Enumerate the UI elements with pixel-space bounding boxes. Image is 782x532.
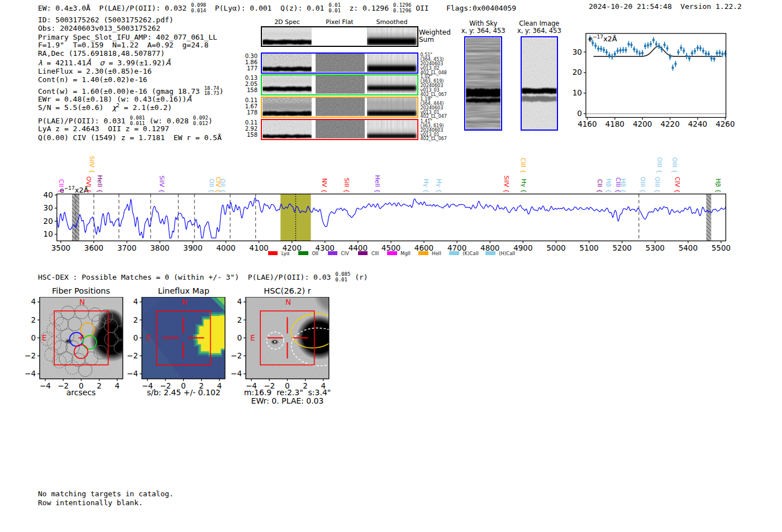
line-label: Hβ { [605, 179, 612, 193]
legend-label: Lyα [282, 251, 290, 256]
clean-image [522, 38, 557, 130]
fiber-panel: NE−4−2024420−2−4 [16, 297, 127, 401]
cutout-row-left-label: 158 [0, 88, 258, 93]
info-line: Obs: 20240603v013_5003175262 [38, 25, 160, 32]
lineflux-panel-title: Lineflux Map [158, 287, 209, 295]
svg-text:N: N [285, 298, 291, 306]
cutout-image-r2c1 [316, 75, 365, 94]
svg-text:SiII {: SiII { [343, 178, 350, 193]
x-tick-label: 5500 [712, 243, 731, 252]
legend-label: (K)CaII [462, 251, 478, 256]
line-label: OVI { [85, 176, 92, 193]
svg-text:OIII {: OIII { [639, 177, 646, 193]
cutout-row-left-label: 158 [0, 132, 258, 138]
svg-text:4: 4 [31, 297, 36, 306]
svg-text:HeII {: HeII { [374, 175, 381, 193]
cutout-row-left-label: 0.11 [0, 98, 258, 103]
legend-swatch-CIV [328, 251, 338, 255]
svg-text:0: 0 [31, 333, 36, 342]
cutout-image-r4c0 [263, 120, 312, 138]
line-label: Hγ { [435, 179, 442, 193]
svg-text:E: E [250, 333, 255, 342]
cutout-row-left-label: 1.86 [0, 60, 258, 65]
cutout-image-r4c2 [367, 120, 417, 138]
legend-label: (H)CaII [499, 251, 515, 256]
svg-text:10: 10 [573, 88, 582, 97]
svg-text:0: 0 [577, 109, 582, 118]
x-tick-label: 4800 [480, 243, 499, 252]
svg-text:e−17x2Å: e−17x2Å [588, 34, 617, 43]
line-label: HeII { [374, 175, 381, 193]
x-tick-label: 4160 [578, 119, 597, 128]
full-spectrum-plot: 3500360037003800390040004100420043004400… [34, 146, 748, 258]
svg-text:N: N [79, 298, 85, 306]
hsc-panel-title: HSC(26.2) r [264, 287, 311, 295]
hscdex-stacked-value: 0.0850.01 [335, 272, 350, 282]
timestamp-version: 2024-10-20 21:54:48 Version 1.22.2 [589, 3, 742, 10]
line-label: OII { [219, 179, 226, 193]
axes-frame [57, 194, 726, 241]
line-label: NV { [321, 178, 328, 193]
svg-text:10: 10 [44, 229, 53, 238]
line-label: CIII { [519, 158, 527, 174]
line-label: OIII { [639, 177, 646, 193]
x-tick-label: 4220 [660, 119, 679, 128]
svg-text:NV {: NV { [321, 178, 328, 193]
cutout-image-r3c1 [316, 98, 365, 116]
legend-label: OII [312, 251, 318, 256]
line-label: SiIV { [503, 175, 510, 193]
line-label: OII { [208, 179, 215, 193]
x-tick-label: 3900 [183, 243, 202, 252]
legend-label: HeII [432, 251, 441, 256]
svg-text:30: 30 [573, 47, 582, 56]
weighted-sum-label: Weighted [419, 29, 451, 36]
legend-swatch-CIII [358, 251, 368, 255]
masked-region-band [706, 194, 711, 241]
svg-text:OII {: OII { [208, 179, 215, 193]
svg-text:2: 2 [133, 315, 139, 324]
x-tick-label: 3600 [84, 243, 103, 252]
legend-label: CIV [341, 251, 349, 256]
cutout-row-left-label: 178 [0, 110, 258, 116]
svg-text:2: 2 [31, 315, 36, 324]
svg-text:−2: −2 [25, 351, 36, 360]
svg-text:Hβ {: Hβ { [714, 179, 722, 193]
line-label: CIV { [674, 177, 681, 193]
cutout-row-left-label: 0.30 [0, 54, 258, 59]
cutout-row-left-label: 2.05 [0, 82, 258, 87]
header-summary-line: EW: 0.4±3.0Å P(LAE)/P(OII): 0.032 0.0980… [38, 3, 516, 13]
cutout-col-title: Smoothed [376, 19, 407, 25]
cutout-col-title: 2D Spec [274, 19, 300, 25]
cutout-row-left-label: 1.67 [0, 104, 258, 109]
svg-text:4: 4 [237, 297, 242, 306]
header-stacked-value: 0.12960.1296 [393, 3, 412, 13]
info-line: Primary Spec_Slot_IFU_AMP: 402_077_061_L… [38, 33, 217, 41]
svg-text:Hγ {: Hγ { [435, 179, 442, 193]
x-tick-label: 4260 [716, 119, 735, 128]
legend-swatch-OII [298, 251, 308, 255]
svg-text:CII {: CII { [596, 179, 603, 193]
line-label: HeII { [96, 175, 103, 193]
x-tick-label: 4900 [513, 243, 532, 252]
line-label: SiIV { [88, 156, 96, 173]
x-tick-label: 4400 [349, 243, 368, 252]
cutout-row-right-label: 402_LL_067 [421, 137, 447, 141]
svg-text:−4: −4 [231, 369, 242, 378]
svg-text:CIV {: CIV { [674, 177, 681, 193]
cutout-image-r4c1 [316, 120, 365, 138]
svg-text:40: 40 [44, 190, 53, 199]
x-tick-label: 4500 [382, 243, 400, 252]
svg-text:E: E [146, 333, 151, 342]
svg-text:Hβ {: Hβ { [619, 179, 627, 193]
line-label: OIII { [671, 157, 678, 174]
x-tick-label: 4000 [216, 243, 235, 252]
x-tick-label: 4600 [414, 243, 433, 252]
footer-line: No matching targets in catalog. [38, 490, 174, 497]
cutout-row-left-label: 0.13 [0, 75, 258, 81]
lineflux-panel: NE−4−2024420−2−4 [118, 297, 230, 401]
svg-text:OIII {: OIII { [671, 157, 678, 174]
svg-text:OVI {: OVI { [85, 176, 92, 193]
cutout-image-r1c0 [263, 54, 312, 72]
fiber-xlabel: arcsecs [66, 389, 96, 396]
svg-text:Hγ {: Hγ { [520, 179, 527, 193]
